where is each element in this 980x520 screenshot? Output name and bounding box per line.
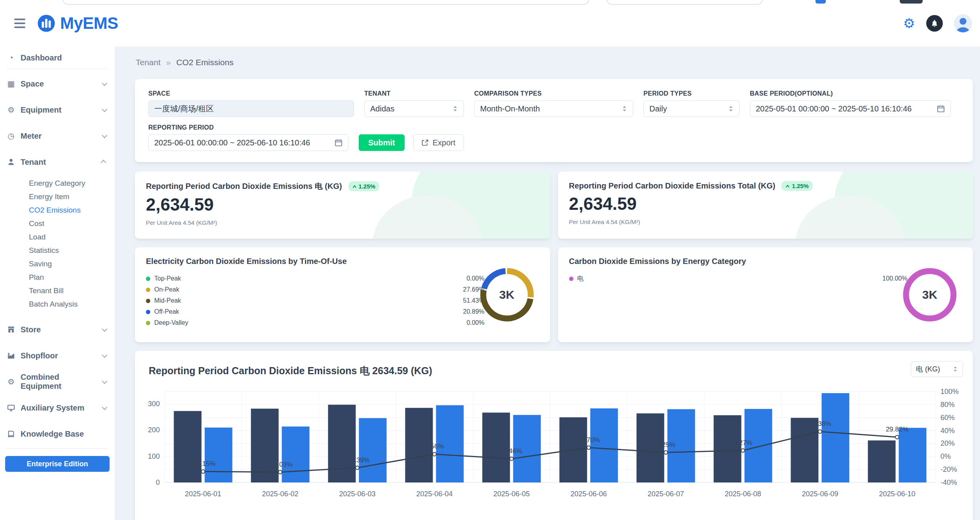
base-period-label: BASE PERIOD(OPTIONAL): [750, 90, 951, 97]
filter-panel: SPACE TENANT Adidas COMPARISON TYPES: [135, 79, 973, 162]
brand-logo[interactable]: MyEMS: [37, 14, 118, 33]
submenu-item-co2-emissions[interactable]: CO2 Emissions: [0, 203, 115, 217]
sidebar-toggle-button[interactable]: [11, 15, 28, 31]
tou-legend: Top-Peak 0.00% On-Peak 27.69% Mid-Peak 5…: [146, 273, 484, 328]
legend-dot: [569, 277, 573, 281]
navbar-actions: ⚙: [903, 14, 969, 32]
submenu-item-saving[interactable]: Saving: [0, 257, 115, 271]
breadcrumb: Tenant » CO2 Emissions: [136, 58, 973, 67]
sidebar-item-combined-equipment[interactable]: ⚙ Combined Equipment: [0, 369, 115, 395]
line-point-label: -3.46%: [501, 447, 522, 455]
sidebar-item-auxiliary-system[interactable]: Auxiliary System: [0, 395, 115, 421]
submenu-item-statistics[interactable]: Statistics: [0, 244, 115, 257]
sidebar-divider: [6, 69, 108, 69]
tenant-select[interactable]: Adidas: [364, 100, 464, 117]
svg-text:2025-06-03: 2025-06-03: [339, 490, 375, 498]
tenant-submenu: Energy Category Energy Item CO2 Emission…: [0, 175, 115, 317]
legend-item-on-peak[interactable]: On-Peak 27.69%: [146, 284, 484, 295]
svg-text:2025-06-05: 2025-06-05: [493, 490, 530, 498]
settings-gear-icon[interactable]: ⚙: [903, 17, 915, 30]
tou-donut-chart: 3K: [477, 265, 537, 324]
bar-chart-title: Reporting Period Carbon Dioxide Emission…: [149, 364, 432, 377]
svg-text:60%: 60%: [940, 414, 955, 422]
svg-text:-40%: -40%: [940, 479, 957, 486]
sidebar-divider: [6, 448, 108, 449]
sidebar-item-dashboard[interactable]: ◔ Dashboard: [0, 48, 115, 67]
combined-equipment-gears-icon: ⚙: [6, 377, 16, 386]
card-title: Carbon Dioxide Emissions by Energy Categ…: [569, 257, 962, 266]
comparison-select[interactable]: Month-On-Month: [474, 100, 633, 117]
svg-text:2025-06-01: 2025-06-01: [185, 490, 221, 498]
sidebar-item-label: Shopfloor: [21, 351, 58, 360]
line-point-label: -17.39%: [345, 456, 370, 464]
legend-item-top-peak[interactable]: Top-Peak 0.00%: [146, 273, 484, 284]
stat-per-unit: Per Unit Area 4.54 (KG/M²): [146, 219, 539, 226]
unit-selector[interactable]: 电 (KG): [911, 361, 963, 377]
bell-icon: [931, 19, 938, 27]
sidebar-item-label: Combined Equipment: [21, 373, 102, 391]
shopfloor-factory-icon: [6, 352, 16, 360]
donut-center-label: 3K: [900, 265, 959, 324]
svg-text:0%: 0%: [940, 452, 951, 460]
breadcrumb-separator: »: [166, 58, 171, 67]
submenu-item-cost[interactable]: Cost: [0, 217, 115, 230]
reporting-period-bar: [359, 418, 387, 482]
submit-button[interactable]: Submit: [359, 134, 405, 151]
legend-dot: [146, 277, 150, 281]
legend-item-mid-peak[interactable]: Mid-Peak 51.43%: [146, 295, 484, 306]
chevron-up-icon: [101, 160, 106, 165]
submenu-item-batch-analysis[interactable]: Batch Analysis: [0, 298, 115, 311]
legend-item-deep-valley[interactable]: Deep-Valley 0.00%: [146, 317, 484, 328]
tou-donut-card: Electricity Carbon Dioxide Emissions by …: [135, 247, 550, 342]
legend-item-off-peak[interactable]: Off-Peak 20.89%: [146, 306, 484, 317]
reporting-period-bar: [899, 428, 927, 482]
enterprise-edition-button[interactable]: Enterprise Edition: [5, 456, 110, 472]
sidebar-item-label: Dashboard: [21, 53, 62, 62]
submenu-item-plan[interactable]: Plan: [0, 271, 115, 284]
main-content: Tenant » CO2 Emissions SPACE TENANT Adid…: [115, 47, 980, 520]
export-button[interactable]: Export: [413, 134, 464, 151]
svg-text:2025-06-10: 2025-06-10: [879, 490, 915, 498]
bar-line-chart: 100%80%60%40%20%0%-20%-40%01002003002025…: [145, 384, 963, 520]
period-type-label: PERIOD TYPES: [643, 90, 740, 97]
period-type-select[interactable]: Daily: [643, 100, 740, 117]
sidebar-item-label: Knowledge Base: [21, 430, 84, 439]
base-period-input[interactable]: 2025-05-01 00:00:00 ~ 2025-05-10 16:10:4…: [750, 100, 951, 117]
line-point-label: -23.15%: [191, 460, 216, 467]
notifications-button[interactable]: [926, 15, 943, 32]
chevron-down-icon: [102, 81, 107, 86]
svg-text:40%: 40%: [940, 427, 955, 435]
submenu-item-load[interactable]: Load: [0, 230, 115, 244]
reporting-period-field: REPORTING PERIOD 2025-06-01 00:00:00 ~ 2…: [148, 124, 348, 151]
sidebar-item-tenant[interactable]: Tenant: [0, 149, 115, 175]
sidebar-item-space[interactable]: ▦ Space: [0, 71, 115, 97]
sidebar-item-equipment[interactable]: ⚙ Equipment: [0, 97, 115, 123]
chevron-down-icon: [102, 379, 107, 384]
submenu-item-energy-category[interactable]: Energy Category: [0, 177, 115, 190]
sidebar-item-store[interactable]: Store: [0, 317, 115, 343]
stat-value: 2,634.59: [569, 194, 962, 214]
line-point-label: 6.25%: [656, 441, 675, 448]
comparison-label: COMPARISON TYPES: [474, 90, 633, 97]
sidebar-item-shopfloor[interactable]: Shopfloor: [0, 343, 115, 369]
svg-text:0: 0: [156, 479, 160, 486]
sidebar-item-meter[interactable]: ◷ Meter: [0, 123, 115, 149]
svg-text:-20%: -20%: [940, 465, 957, 473]
user-avatar[interactable]: [954, 14, 972, 32]
sidebar-item-knowledge-base[interactable]: Knowledge Base: [0, 421, 115, 447]
line-point-label: 3.56%: [425, 443, 444, 450]
reporting-period-input[interactable]: 2025-06-01 00:00:00 ~ 2025-06-10 16:10:4…: [148, 134, 348, 151]
top-edge-artifact: [62, 0, 589, 5]
tenant-field: TENANT Adidas: [364, 90, 464, 117]
sidebar-item-label: Store: [21, 325, 41, 334]
submenu-item-energy-item[interactable]: Energy Item: [0, 190, 115, 203]
submenu-item-tenant-bill[interactable]: Tenant Bill: [0, 284, 115, 298]
breadcrumb-tenant-link[interactable]: Tenant: [136, 58, 161, 67]
calendar-icon: [937, 105, 945, 113]
donut-cards-row: Electricity Carbon Dioxide Emissions by …: [135, 247, 973, 342]
svg-text:100: 100: [148, 452, 160, 460]
energy-category-donut-chart: 3K: [900, 265, 959, 324]
reporting-period-bar: [282, 426, 310, 482]
legend-item-electricity[interactable]: 电 100.00%: [569, 273, 908, 284]
space-input[interactable]: [148, 100, 354, 117]
